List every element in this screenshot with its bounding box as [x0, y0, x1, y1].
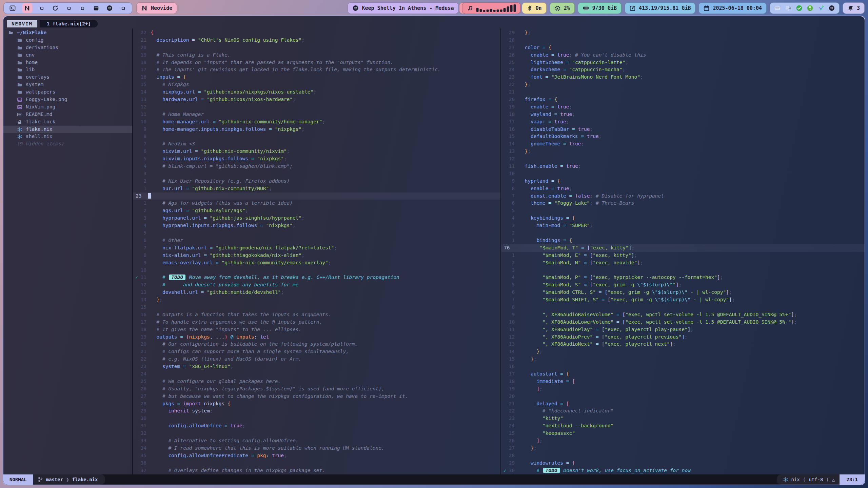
code-line[interactable]: 22{	[133, 29, 500, 37]
code-line[interactable]: 10 home-manager.url = "github:nix-commun…	[133, 118, 500, 126]
code-line[interactable]: 37 # Overlays define changes in the nixp…	[133, 467, 500, 474]
clock-widget[interactable]: 2025-06-18 00:04	[698, 2, 767, 14]
code-line[interactable]: 35 config.allowUnfreePredicate = pkg: tr…	[133, 452, 500, 460]
tree-file-README.md[interactable]: README.md	[3, 111, 132, 118]
git-segment[interactable]: master ❯ flake.nix	[33, 474, 105, 485]
code-line[interactable]: 18 # It depends on "inputs" that are pas…	[133, 59, 500, 66]
code-line[interactable]: 8	[501, 304, 865, 311]
code-line[interactable]: 18 wayland = true;	[501, 111, 865, 118]
code-line[interactable]: 19 outputs = {nixpkgs, ...} @ inputs: le…	[133, 333, 500, 341]
workspace-2-neovim[interactable]	[22, 3, 32, 13]
workspace-5-dot-square[interactable]	[65, 4, 73, 12]
code-line[interactable]: 12	[501, 155, 865, 163]
code-line[interactable]: 23 system = "x86_64-linux";	[133, 363, 500, 370]
code-line[interactable]: 1 nur.url = "github:nix-community/NUR";	[133, 185, 500, 192]
tree-folder-config[interactable]: config	[3, 37, 132, 44]
code-line[interactable]: 8	[133, 133, 500, 140]
workspaces-island[interactable]	[3, 2, 132, 14]
code-line[interactable]: 13 ", XF86AudioNext" = ["exec, playerctl…	[501, 341, 865, 348]
code-line[interactable]: 7 nix-flatpak.url = "github:gmodena/nix-…	[133, 244, 500, 252]
code-line[interactable]: 1 "$mainMod, E" = ["exec, kitty"];	[501, 252, 865, 259]
code-line[interactable]: 9 emacs-overlay.url = "github:nix-commun…	[133, 259, 500, 267]
code-line[interactable]: 23 font = "JetBrainsMono Nerd Font Mono"…	[501, 74, 865, 81]
code-line[interactable]: 26 enable = true; # You can't disable th…	[501, 52, 865, 59]
code-line[interactable]: 33 # Alternative to setting config.allow…	[133, 437, 500, 445]
tree-folder-wallpapers[interactable]: wallpapers	[3, 88, 132, 96]
code-line[interactable]: 10 ", XF86AudioLowerVolume" = ["exec, wp…	[501, 319, 865, 326]
tree-file-Foggy-Lake.png[interactable]: Foggy-Lake.png	[3, 96, 132, 103]
keyboard-tray-icon[interactable]	[774, 5, 781, 12]
code-line[interactable]: 32	[133, 430, 500, 437]
code-line[interactable]: 23 "kitty"	[501, 415, 865, 422]
code-line[interactable]: 22 # e.g. NixOS (linux) and MacOS (darwi…	[133, 355, 500, 363]
code-line[interactable]: 17 # To handle extra arguments we use th…	[133, 319, 500, 326]
code-line[interactable]: 3	[133, 170, 500, 178]
code-line[interactable]: 5 "$mainMod, S" = ["exec, grim -g \"$(sl…	[501, 281, 865, 289]
code-line[interactable]: 19 # This config is a Flake.	[133, 52, 500, 59]
code-line[interactable]: 21 description = "ChUrl's NixOS config u…	[133, 37, 500, 44]
workspace-9-dot-square[interactable]	[119, 4, 127, 12]
code-line[interactable]: 6 "$mainMod CTRL, S" = ["exec, grim -g \…	[501, 289, 865, 296]
code-line[interactable]: 3 main-mod = "SUPER";	[501, 222, 865, 229]
code-line[interactable]: 11 # Home Manager	[133, 111, 500, 118]
code-line[interactable]: 4 keybindings = {	[501, 215, 865, 222]
code-line[interactable]: 9 home-manager.inputs.nixpkgs.follows = …	[133, 126, 500, 133]
workspace-4-refresh[interactable]	[51, 4, 59, 12]
code-line[interactable]: 17 autostart = {	[501, 370, 865, 378]
workspace-1-terminal-box[interactable]	[8, 4, 17, 12]
code-line[interactable]: 28	[501, 37, 865, 44]
code-line[interactable]: 20 # Our configuration is buildable on t…	[133, 341, 500, 348]
spotify-tray-icon[interactable]	[828, 5, 835, 12]
code-line[interactable]: 21	[501, 88, 865, 96]
code-line[interactable]: 36	[133, 460, 500, 467]
code-line[interactable]: 16 disableTabBar = true;	[501, 126, 865, 133]
tree-folder-lib[interactable]: lib	[3, 66, 132, 74]
vpn-tray-icon[interactable]	[817, 5, 824, 12]
editor-pane-left[interactable]: 22{21 description = "ChUrl's NixOS confi…	[133, 28, 500, 474]
code-line[interactable]: 25 "keepassxc"	[501, 430, 865, 437]
code-line[interactable]: 16	[501, 363, 865, 370]
code-line[interactable]: 24	[133, 370, 500, 378]
code-line[interactable]: 6 # Other	[133, 237, 500, 244]
code-line[interactable]: 30	[133, 415, 500, 422]
code-line[interactable]: 25 lightScheme = "catppuccin-latte";	[501, 59, 865, 66]
cpu-widget[interactable]: 2%	[550, 2, 575, 14]
tree-folder-derivations[interactable]: derivations	[3, 44, 132, 52]
code-line[interactable]: 15	[133, 304, 500, 311]
code-line[interactable]: 20	[133, 44, 500, 52]
code-line[interactable]: 3	[501, 267, 865, 274]
code-line[interactable]: 24 darkScheme = "catppuccin-mocha";	[501, 66, 865, 74]
code-line[interactable]: 11 fish.enable = true;	[501, 163, 865, 170]
screen-lock-tray-icon[interactable]	[785, 5, 792, 12]
code-line[interactable]: 7 "$mainMod SHIFT, S" = ["exec, grim -g …	[501, 296, 865, 304]
system-tray[interactable]	[770, 2, 840, 14]
code-line[interactable]: 5 nixvim.inputs.nixpkgs.follows = "nixpk…	[133, 155, 500, 163]
buffer-tab[interactable]: 1 flake.nix[2+]	[40, 20, 98, 27]
code-line[interactable]: 4 hyprpanel.inputs.nixpkgs.follows = "ni…	[133, 222, 500, 229]
code-line[interactable]: 1 bindings = {	[501, 237, 865, 244]
code-line[interactable]: 10	[133, 267, 500, 274]
code-line[interactable]: 1 # Ags for widgets (this was a terrible…	[133, 200, 500, 207]
tree-folder-env[interactable]: env	[3, 52, 132, 59]
code-line[interactable]: 2 ags.url = "github:Aylur/ags";	[133, 207, 500, 215]
code-line[interactable]: 26 # Usually, "nixpkgs.legacyPackages.${…	[133, 385, 500, 393]
workspace-8-spotify[interactable]	[105, 4, 114, 12]
code-line[interactable]: 8 enable = true;	[501, 185, 865, 192]
code-line[interactable]: 21 # Configs can support more than a sin…	[133, 348, 500, 355]
code-line[interactable]: 22 };	[501, 81, 865, 88]
tree-folder-home[interactable]: home	[3, 59, 132, 66]
code-line[interactable]: 7 # NeoVim <3	[133, 140, 500, 148]
code-line[interactable]: 13 hardware.url = "github:nixos/nixos-ha…	[133, 96, 500, 103]
bluetooth-widget[interactable]: On	[522, 2, 547, 14]
code-line[interactable]: 27 # but because we want to change the n…	[133, 393, 500, 400]
neotree-tab[interactable]: NEOVIM	[7, 20, 37, 27]
tree-file-shell.nix[interactable]: shell.nix	[3, 133, 132, 140]
code-line[interactable]: 28 pkgs = import nixpkgs {	[133, 400, 500, 408]
code-line[interactable]: 12	[133, 103, 500, 111]
workspace-7-window-filled[interactable]	[92, 4, 100, 12]
code-line[interactable]: 11 ", XF86AudioPlay" = ["exec, playerctl…	[501, 326, 865, 333]
workspace-6-dot-square[interactable]	[78, 4, 86, 12]
code-line[interactable]: 12 # and doesn't provide any benefits fo…	[133, 281, 500, 289]
code-line[interactable]: 15 # Nixpkgs	[133, 81, 500, 88]
code-line[interactable]: 29 inherit system;	[133, 407, 500, 415]
